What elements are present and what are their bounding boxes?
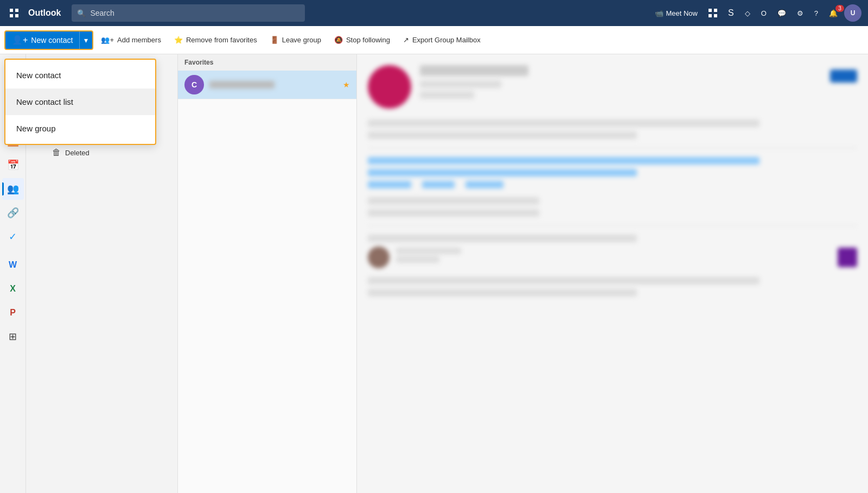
help-icon: ? xyxy=(814,9,818,17)
stop-following-button[interactable]: 🔕 Stop following xyxy=(329,30,395,50)
new-contact-label: New contact xyxy=(31,36,73,45)
title-bar: Outlook 🔍 Search 📹 Meet Now S ◇ O 💬 ⚙ ? xyxy=(0,0,868,26)
notification-badge: 3 xyxy=(835,5,844,12)
add-members-button[interactable]: 👥+ Add members xyxy=(95,30,167,50)
toolbar: 👤+ New contact ▾ New contact New contact… xyxy=(0,26,868,54)
contact-avatar: C xyxy=(184,75,204,94)
sidebar-item-tasks[interactable]: ✓ xyxy=(2,226,24,248)
apps-icon: ⊞ xyxy=(9,331,17,343)
svg-rect-4 xyxy=(709,9,712,12)
calendar-icon: 📅 xyxy=(7,159,19,171)
new-contact-icon: 👤+ xyxy=(12,35,28,45)
trash-icon: 🗑 xyxy=(52,148,61,157)
favorite-star-icon: ★ xyxy=(343,80,350,89)
export-icon: ↗ xyxy=(403,36,409,44)
contact-name-blurred xyxy=(209,81,275,89)
export-mailbox-button[interactable]: ↗ Export Group Mailbox xyxy=(398,30,486,50)
gear-icon: ⚙ xyxy=(797,9,803,17)
settings-button[interactable]: ⚙ xyxy=(793,7,808,20)
detail-panel xyxy=(357,54,868,493)
leave-group-button[interactable]: 🚪 Leave group xyxy=(265,30,327,50)
chevron-down-icon: ▾ xyxy=(84,36,88,45)
app-logo: Outlook xyxy=(28,8,61,18)
search-placeholder: Search xyxy=(90,9,114,17)
svg-rect-3 xyxy=(15,14,18,17)
title-bar-actions: 📹 Meet Now S ◇ O 💬 ⚙ ? 🔔 3 U xyxy=(650,4,861,22)
sidebar-item-apps[interactable]: ⊞ xyxy=(2,326,24,347)
contact-list-panel: Favorites C ★ xyxy=(178,54,357,493)
word-icon: W xyxy=(9,260,17,270)
new-contact-dropdown-arrow[interactable]: ▾ xyxy=(80,31,92,49)
svg-rect-5 xyxy=(714,9,717,12)
star-remove-icon: ⭐ xyxy=(174,36,183,44)
sidebar-item-links[interactable]: 🔗 xyxy=(2,202,24,224)
contact-list-item[interactable]: C ★ xyxy=(178,71,356,99)
nav-deleted[interactable]: 🗑 Deleted xyxy=(30,144,173,161)
contact-list-header: Favorites xyxy=(178,54,356,71)
feedback-button[interactable]: 💬 xyxy=(773,7,790,20)
link-icon: 🔗 xyxy=(7,207,19,219)
svg-rect-2 xyxy=(10,14,13,17)
svg-rect-1 xyxy=(15,9,18,12)
diamond-button[interactable]: ◇ xyxy=(741,7,755,20)
feedback-icon: 💬 xyxy=(777,9,786,17)
help-button[interactable]: ? xyxy=(810,7,822,20)
profile-avatar xyxy=(368,65,411,109)
people-icon: 👥 xyxy=(7,183,19,195)
stop-following-icon: 🔕 xyxy=(334,36,343,44)
office-icon: O xyxy=(761,9,767,17)
excel-icon: X xyxy=(10,284,16,294)
detail-content-blurred xyxy=(368,65,857,296)
sidebar-item-word[interactable]: W xyxy=(2,254,24,276)
user-avatar[interactable]: U xyxy=(844,4,861,22)
tasks-icon: ✓ xyxy=(9,231,17,243)
svg-rect-6 xyxy=(709,14,712,17)
new-contact-button-group[interactable]: 👤+ New contact ▾ xyxy=(4,30,93,50)
search-bar[interactable]: 🔍 Search xyxy=(72,4,305,22)
dropdown-new-group[interactable]: New group xyxy=(5,115,155,142)
apps-button[interactable] xyxy=(704,7,722,20)
dropdown-new-contact[interactable]: New contact xyxy=(5,62,155,89)
camera-icon: 📹 xyxy=(655,9,663,17)
powerpoint-icon: P xyxy=(10,308,16,318)
new-contact-wrapper: 👤+ New contact ▾ New contact New contact… xyxy=(4,30,93,50)
remove-favorites-button[interactable]: ⭐ Remove from favorites xyxy=(169,30,263,50)
sidebar-item-people[interactable]: 👥 xyxy=(2,178,24,200)
svg-rect-7 xyxy=(714,14,717,17)
sidebar-item-powerpoint[interactable]: P xyxy=(2,302,24,324)
new-contact-dropdown: New contact New contact list New group xyxy=(4,59,156,145)
skype-icon: S xyxy=(728,8,734,18)
diamond-icon: ◇ xyxy=(745,9,750,17)
skype-button[interactable]: S xyxy=(724,6,738,20)
search-icon: 🔍 xyxy=(77,9,86,17)
add-members-icon: 👥+ xyxy=(101,36,114,44)
office-button[interactable]: O xyxy=(757,7,771,20)
leave-group-icon: 🚪 xyxy=(270,36,279,44)
dropdown-new-contact-list[interactable]: New contact list xyxy=(5,89,155,115)
sidebar-item-calendar[interactable]: 📅 xyxy=(2,154,24,176)
apps-grid-icon[interactable] xyxy=(7,5,22,21)
sidebar-item-excel[interactable]: X xyxy=(2,278,24,300)
meet-now-button[interactable]: 📹 Meet Now xyxy=(650,7,702,20)
content-area: Favorites C ★ xyxy=(178,54,868,493)
notifications-wrapper[interactable]: 🔔 3 xyxy=(825,7,842,20)
new-contact-main[interactable]: 👤+ New contact xyxy=(5,31,80,49)
svg-rect-0 xyxy=(10,9,13,12)
